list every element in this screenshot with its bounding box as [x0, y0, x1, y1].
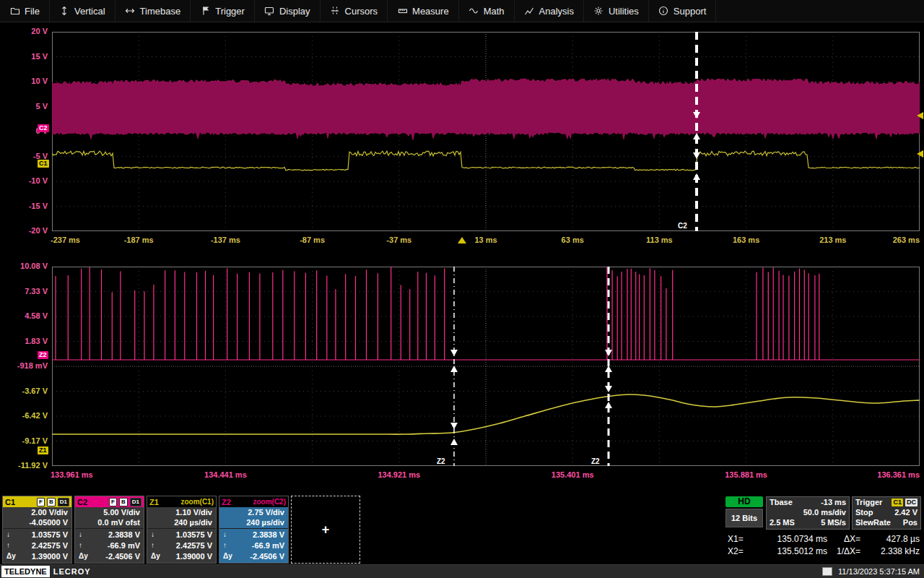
add-trace-button[interactable]: +	[291, 496, 360, 564]
descriptor-Z1[interactable]: Z1zoom(C1)1.10 V/div240 µs/div↓1.03575 V…	[147, 496, 217, 564]
brand-logo: TELEDYNE LECROY	[0, 565, 91, 578]
trigger-panel[interactable]: Trigger C1 DC Stop 2.42 V SlewRate Pos	[852, 496, 921, 530]
brand-teledyne: TELEDYNE	[1, 566, 50, 577]
measure-icon	[397, 6, 408, 17]
c2-trace	[52, 79, 920, 140]
measurement-row: ↑2.42575 V	[147, 540, 216, 551]
timebase-panel[interactable]: Tbase -13 ms 50.0 ms/div 2.5 MS 5 MS/s	[766, 496, 850, 530]
main-x-label: 13 ms	[474, 236, 497, 244]
measurement-value: -66.9 mV	[252, 541, 284, 550]
zoom-y-label: 1.83 V	[7, 337, 48, 345]
menu-item-label: Analysis	[539, 6, 574, 17]
menu-item-label: File	[25, 6, 40, 17]
menu-item-measure[interactable]: Measure	[388, 0, 459, 22]
menu-item-support[interactable]: Support	[649, 0, 717, 22]
menu-item-timebase[interactable]: Timebase	[116, 0, 191, 22]
offset-value: 240 µs/div	[219, 517, 288, 527]
descriptor-header: Z1zoom(C1)	[147, 496, 216, 507]
down-arrow-icon: ↓	[151, 530, 154, 538]
zoom-y-label: 7.33 V	[7, 287, 48, 296]
zoom-y-label: 4.58 V	[7, 311, 48, 320]
main-x-label: -137 ms	[211, 236, 240, 244]
zoom-y-label: -918 mV	[7, 361, 48, 370]
main-grid-canvas[interactable]: C2	[52, 32, 920, 231]
offset-value: -4.05000 V	[3, 517, 71, 527]
menu-item-math[interactable]: Math	[459, 0, 515, 22]
svg-text:Z2: Z2	[591, 457, 600, 465]
channel-id: C1	[5, 498, 15, 506]
menu-item-label: Display	[279, 6, 310, 17]
trigger-coupling-badge: DC	[905, 499, 918, 506]
menu-item-utilities[interactable]: Utilities	[584, 0, 649, 22]
descriptor-header: C1FBD1	[3, 496, 71, 507]
main-x-label: -37 ms	[386, 236, 411, 244]
menu-item-display[interactable]: Display	[255, 0, 321, 22]
zoom-y-label: -9.17 V	[7, 436, 48, 445]
up-arrow-icon: ↑	[151, 541, 154, 549]
dx-label: ΔX=	[827, 534, 863, 544]
menu-item-cursors[interactable]: Cursors	[321, 0, 388, 22]
z2-trace-tag[interactable]: Z2	[38, 351, 48, 359]
main-x-label: 263 ms	[876, 236, 920, 244]
zoom-source-label: zoom(C1)	[180, 498, 214, 506]
trigger-source-badge: C1	[892, 499, 903, 506]
system-tray-icon[interactable]	[822, 567, 832, 576]
trigger-time-marker[interactable]	[458, 237, 466, 243]
trigger-mode: Stop	[855, 508, 873, 517]
menu-item-label: Math	[484, 6, 505, 17]
menu-item-label: Support	[674, 6, 707, 17]
trigger-icon	[200, 6, 211, 17]
badge-b: B	[47, 498, 56, 506]
z1-trace-tag[interactable]: Z1	[38, 447, 48, 454]
file-icon	[9, 6, 20, 17]
measurement-row: ↓1.03575 V	[147, 529, 216, 540]
zoom-y-label: -3.67 V	[7, 387, 48, 395]
badge-d1: D1	[130, 498, 141, 506]
measurement-row: ↑2.42575 V	[3, 540, 71, 551]
c1-level-marker[interactable]	[917, 112, 923, 119]
main-y-label: -10 V	[12, 176, 48, 185]
x2-value: 135.5012 ms	[754, 546, 827, 556]
menu-item-label: Cursors	[345, 6, 378, 17]
main-x-label: 113 ms	[646, 236, 673, 244]
main-x-label: 163 ms	[733, 236, 759, 244]
scale-per-div: 2.75 V/div	[219, 507, 288, 517]
c1-offset-marker[interactable]	[917, 150, 923, 158]
descriptor-C1[interactable]: C1FBD12.00 V/div-4.05000 V↓1.03575 V↑2.4…	[2, 496, 72, 564]
up-arrow-icon: ↑	[223, 541, 227, 549]
offset-value: 240 µs/div	[147, 517, 216, 527]
hd-mode-badge[interactable]: HD	[725, 496, 763, 507]
c2-trace-tag[interactable]: C2	[38, 124, 49, 132]
measurement-value: 2.42575 V	[32, 541, 68, 550]
zoom-cursor-x2[interactable]: Z2	[591, 267, 612, 466]
display-icon	[264, 6, 275, 17]
descriptor-C2[interactable]: C2FBD15.00 V/div0.0 mV ofst↓2.3838 V↑-66…	[74, 496, 144, 564]
delta-y: Δy	[223, 552, 232, 560]
zoom-x-label: 135.401 ms	[552, 470, 594, 479]
measurement-row: ↑-66.9 mV	[219, 540, 288, 551]
menu-item-trigger[interactable]: Trigger	[191, 0, 255, 22]
c1-trace-tag[interactable]: C1	[38, 160, 49, 168]
menu-item-label: Utilities	[609, 6, 639, 17]
svg-text:Z2: Z2	[437, 457, 445, 465]
trigger-label: Trigger	[855, 498, 882, 506]
main-y-label: 5 V	[12, 102, 48, 111]
measurement-value: 1.39000 V	[176, 552, 212, 561]
measurement-row: Δy1.39000 V	[3, 551, 71, 561]
menu-item-analysis[interactable]: Analysis	[515, 0, 584, 22]
zoom-grid-canvas[interactable]: Z2Z2	[52, 267, 920, 466]
scale-per-div: 5.00 V/div	[75, 507, 144, 517]
menu-item-label: Measure	[412, 6, 449, 17]
measurement-row: Δy1.39000 V	[147, 551, 216, 561]
down-arrow-icon: ↓	[6, 530, 10, 538]
down-arrow-icon: ↓	[223, 530, 227, 538]
up-arrow-icon: ↑	[79, 541, 82, 549]
menu-item-file[interactable]: File	[0, 0, 50, 22]
menu-item-vertical[interactable]: Vertical	[50, 0, 116, 22]
zoom-id: Z1	[149, 498, 159, 506]
tbase-offset: -13 ms	[821, 498, 846, 506]
descriptor-Z2[interactable]: Z2zoom(C2)2.75 V/div240 µs/div↓2.3838 V↑…	[219, 496, 289, 564]
zoom-id: Z2	[222, 498, 231, 506]
badge-d1: D1	[58, 498, 69, 506]
main-x-label: 213 ms	[819, 236, 846, 244]
